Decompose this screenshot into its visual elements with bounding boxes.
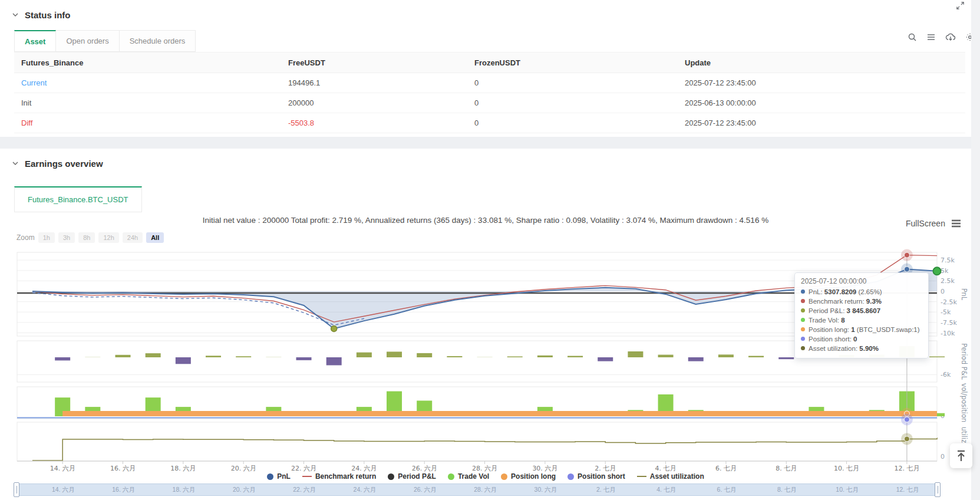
- series-dot-icon: [801, 337, 805, 341]
- slider-axis-label: 30. 六月: [525, 486, 566, 494]
- status-info-title: Status info: [25, 10, 71, 20]
- earnings-header: Earnings overview: [0, 157, 103, 170]
- table-cell: 2025-07-12 23:45:00: [678, 113, 965, 133]
- tooltip-row-position-short: Position short: 0: [801, 335, 922, 344]
- legend-item-pnl[interactable]: PnL: [267, 472, 291, 481]
- slider-axis-label: 8. 七月: [766, 486, 807, 494]
- zoom-controls: Zoom1h3h8h12h24hAll: [17, 232, 164, 243]
- series-dot-icon: [801, 327, 805, 331]
- slider-axis-label: 20. 六月: [223, 486, 265, 494]
- collapse-chevron-icon[interactable]: [12, 160, 19, 167]
- table-row-init: Init20000002025-06-13 00:00:00: [14, 93, 965, 113]
- tooltip-row-benchmark-return: Benchmark return: 9.3%: [801, 297, 922, 306]
- legend-line-icon: [637, 476, 646, 477]
- series-dot-icon: [801, 299, 805, 303]
- chart-fullscreen-button[interactable]: FullScreen: [906, 219, 961, 228]
- menu-icon[interactable]: [926, 32, 936, 42]
- table-cell: 2025-06-13 00:00:00: [678, 93, 965, 113]
- slider-axis-label: 10. 七月: [827, 486, 868, 494]
- legend-item-benchmark-return[interactable]: Benchmark return: [302, 472, 376, 481]
- fullscreen-label[interactable]: FullScreen: [906, 219, 945, 228]
- slider-axis-label: 22. 六月: [284, 486, 325, 494]
- legend-item-position-short[interactable]: Position short: [567, 472, 625, 481]
- zoom-button-all[interactable]: All: [146, 232, 164, 243]
- scrollbar-gutter: [971, 0, 980, 500]
- series-dot-icon: [801, 318, 805, 322]
- slider-axis-label: 28. 六月: [465, 486, 506, 494]
- chart-menu-icon: [951, 219, 961, 228]
- column-header: FrozenUSDT: [467, 52, 678, 73]
- back-to-top-button[interactable]: [950, 443, 972, 468]
- expand-fullscreen-icon[interactable]: [956, 1, 965, 12]
- tooltip-row-pnl: PnL: 5307.8209 (2.65%): [801, 288, 922, 297]
- legend-dot-icon: [448, 473, 454, 480]
- earnings-stats-line: Initial net value : 200000 Total profit:…: [0, 216, 971, 225]
- legend-line-icon: [302, 476, 312, 477]
- table-row-current: Current194496.102025-07-12 23:45:00: [14, 73, 965, 93]
- tab-futures-binance-btc-usdt[interactable]: Futures_Binance.BTC_USDT: [14, 186, 142, 212]
- table-cell: 0: [467, 113, 678, 133]
- chart-legend: PnLBenchmark returnPeriod P&LTrade VolPo…: [0, 472, 971, 481]
- legend-dot-icon: [501, 473, 507, 480]
- asset-table: Futures_BinanceFreeUSDTFrozenUSDTUpdate …: [14, 52, 965, 133]
- earnings-title: Earnings overview: [25, 159, 103, 169]
- status-tabs: AssetOpen ordersSchedule orders: [14, 30, 196, 52]
- zoom-button-24h[interactable]: 24h: [123, 232, 143, 243]
- chart-tooltip: 2025-07-12 00:00:00 PnL: 5307.8209 (2.65…: [794, 272, 929, 358]
- zoom-label: Zoom: [17, 233, 35, 242]
- slider-axis-label: 2. 七月: [585, 486, 626, 494]
- tooltip-row-period-p-l: Period P&L: 3 845.8607: [801, 307, 922, 315]
- tooltip-row-position-long: Position long: 1 (BTC_USDT.swap:1): [801, 325, 922, 334]
- table-cell: 0: [467, 73, 678, 93]
- series-dot-icon: [801, 290, 805, 294]
- search-icon[interactable]: [908, 32, 917, 42]
- legend-item-period-p-l[interactable]: Period P&L: [388, 472, 436, 481]
- legend-dot-icon: [567, 473, 574, 480]
- slider-axis-label: 12. 七月: [887, 486, 928, 494]
- slider-axis-label: 16. 六月: [103, 486, 144, 494]
- series-dot-icon: [801, 308, 805, 312]
- zoom-button-3h[interactable]: 3h: [58, 232, 75, 243]
- slider-axis-label: 14. 六月: [42, 486, 84, 494]
- slider-axis-label: 18. 六月: [163, 486, 204, 494]
- row-link-diff: Diff: [14, 113, 281, 133]
- status-info-card: Status info AssetOpen ordersSchedule ord…: [0, 0, 971, 137]
- table-cell: 200000: [281, 93, 467, 113]
- series-dot-icon: [801, 346, 805, 350]
- status-tab-asset[interactable]: Asset: [14, 30, 56, 52]
- datazoom-right-handle[interactable]: [935, 482, 941, 497]
- status-tab-schedule-orders[interactable]: Schedule orders: [120, 30, 196, 52]
- legend-item-trade-vol[interactable]: Trade Vol: [448, 472, 489, 481]
- row-link-init: Init: [14, 93, 281, 113]
- legend-dot-icon: [388, 473, 394, 480]
- table-cell: -5503.8: [281, 113, 467, 133]
- trading-dashboard: Status info AssetOpen ordersSchedule ord…: [0, 0, 980, 500]
- asset-table-header: Futures_BinanceFreeUSDTFrozenUSDTUpdate: [14, 52, 965, 73]
- status-info-header: Status info: [0, 8, 71, 21]
- column-header: Futures_Binance: [14, 52, 281, 73]
- tooltip-row-asset-utilization: Asset utilization: 5.90%: [801, 344, 922, 353]
- datazoom-slider[interactable]: 14. 六月16. 六月18. 六月20. 六月22. 六月24. 六月26. …: [17, 483, 937, 496]
- legend-dot-icon: [267, 473, 273, 480]
- row-link-current[interactable]: Current: [14, 73, 281, 93]
- column-header: Update: [678, 52, 965, 73]
- slider-axis-label: 6. 七月: [706, 486, 747, 494]
- table-row-diff: Diff-5503.802025-07-12 23:45:00: [14, 113, 965, 133]
- datazoom-left-handle[interactable]: [14, 482, 19, 497]
- slider-axis-label: 26. 六月: [404, 486, 446, 494]
- collapse-chevron-icon[interactable]: [12, 11, 19, 18]
- arrow-to-top-icon: [955, 449, 967, 462]
- zoom-button-12h[interactable]: 12h: [98, 232, 118, 243]
- column-header: FreeUSDT: [281, 52, 467, 73]
- tooltip-row-trade-vol: Trade Vol: 8: [801, 316, 922, 325]
- table-cell: 0: [467, 93, 678, 113]
- legend-item-asset-utilization[interactable]: Asset utilization: [637, 472, 704, 481]
- status-tab-open-orders[interactable]: Open orders: [56, 30, 119, 52]
- slider-axis-label: 24. 六月: [344, 486, 385, 494]
- legend-item-position-long[interactable]: Position long: [501, 472, 556, 481]
- zoom-button-8h[interactable]: 8h: [78, 232, 95, 243]
- tooltip-date: 2025-07-12 00:00:00: [801, 277, 922, 286]
- zoom-button-1h[interactable]: 1h: [38, 232, 55, 243]
- cloud-download-icon[interactable]: [945, 32, 956, 42]
- table-cell: 2025-07-12 23:45:00: [678, 73, 965, 93]
